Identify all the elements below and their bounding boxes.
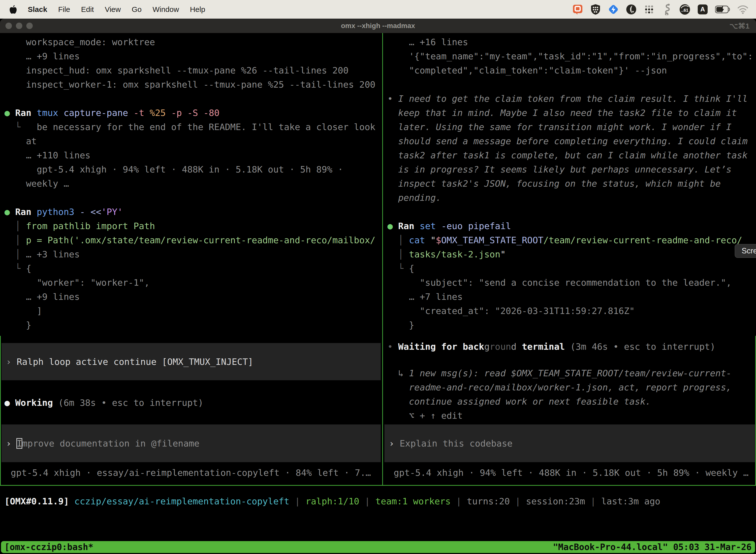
badge-61-icon[interactable]: ..61: [679, 4, 691, 15]
working-status: ● Working (6m 38s • esc to interrupt): [4, 396, 203, 410]
moon-icon[interactable]: [626, 4, 637, 15]
terminal-line: }: [4, 318, 382, 332]
apple-menu-icon[interactable]: [9, 5, 17, 14]
terminal-line: │ … +3 lines: [4, 247, 382, 261]
terminal-line: … +16 lines: [387, 35, 756, 49]
terminal-line: … +7 lines: [387, 290, 756, 304]
tmux-session-label: [omx-cczip0:bash*: [4, 542, 93, 552]
terminal-line: "subject": "send a concise recommendatio…: [387, 276, 756, 290]
terminal-line: ↳ 1 new msg(s): read $OMX_TEAM_STATE_ROO…: [387, 366, 756, 380]
terminal-line: at: [4, 134, 382, 148]
terminal-line: "worker": "worker-1",: [4, 276, 382, 290]
battery-icon[interactable]: [715, 4, 731, 15]
terminal-line: }: [387, 318, 756, 332]
terminal-line: gpt-5.4 xhigh · 94% left · 488K in · 5.1…: [4, 162, 382, 176]
omx-status-line: [OMX#0.11.9] cczip/essay/ai-reimplementa…: [4, 494, 660, 508]
terminal-line: … +110 lines: [4, 148, 382, 162]
terminal-line: workspace_mode: worktree: [4, 35, 382, 49]
menu-item-view[interactable]: View: [105, 5, 121, 14]
status-divider: [0, 485, 756, 486]
terminal-line: [387, 205, 756, 219]
menu-item-help[interactable]: Help: [190, 5, 205, 14]
terminal-line: ● Ran python3 - <<'PY': [4, 205, 382, 219]
wifi-icon[interactable]: [737, 4, 749, 15]
terminal-line: [387, 332, 756, 340]
terminal-line: └ be necessary for the end of the README…: [4, 120, 382, 134]
terminal-line: "completed","claim_token":"claim-token"}…: [387, 63, 756, 77]
badge-61-label: ..61: [681, 8, 688, 13]
prompt-input-left[interactable]: › Improve documentation in @filename: [1, 425, 381, 462]
menu-item-window[interactable]: Window: [152, 5, 179, 14]
terminal-line: • I need to get the claim token from the…: [387, 92, 756, 106]
terminal-line: │ tasks/task-2.json": [387, 247, 756, 261]
tooltip: Scre: [735, 244, 756, 258]
terminal-line: inspect_hud: omx sparkshell --tmux-pane …: [4, 63, 382, 77]
menu-item-edit[interactable]: Edit: [81, 5, 94, 14]
terminal-content: workspace_mode: worktree … +9 lines insp…: [0, 33, 756, 554]
input-source-icon[interactable]: A: [697, 4, 708, 15]
menu-item-go[interactable]: Go: [132, 5, 142, 14]
model-status-right: gpt-5.4 xhigh · 94% left · 488K in · 5.1…: [383, 466, 749, 480]
ralph-loop-box: › Ralph loop active continue [OMX_TMUX_I…: [1, 343, 381, 380]
terminal-line: weekly …: [4, 176, 382, 190]
shield-icon[interactable]: [590, 4, 601, 15]
window-title: omx --xhigh --madmax: [0, 19, 756, 33]
terminal-line: readme-and-reco/mailbox/worker-1.json, a…: [387, 380, 756, 394]
terminal-line: should send a message before completing …: [387, 134, 756, 148]
pane-divider[interactable]: [382, 33, 383, 485]
terminal-pane-right: … +16 lines '{"team_name":"my-team","tas…: [383, 33, 756, 485]
terminal-line: inspect task2's JSON, focusing on the st…: [387, 176, 756, 190]
terminal-line: ● Ran tmux capture-pane -t %25 -p -S -80: [4, 106, 382, 120]
terminal-line: … +9 lines: [4, 49, 382, 63]
terminal-line: task2 after task1 is complete, but can I…: [387, 148, 756, 162]
dots-grid-icon[interactable]: [643, 4, 655, 15]
lightning-icon[interactable]: [608, 4, 619, 15]
menu-item-file[interactable]: File: [58, 5, 70, 14]
model-status-left: gpt-5.4 xhigh · essay/ai-reimplementatio…: [0, 466, 371, 480]
terminal-line: [387, 77, 756, 92]
terminal-line: └ {: [4, 261, 382, 276]
menu-bar: Slack FileEditViewGoWindowHelp ..61 A: [0, 0, 756, 19]
terminal-line: │ from pathlib import Path: [4, 219, 382, 233]
app-menu-slack[interactable]: Slack: [28, 5, 47, 14]
terminal-line: pending.: [387, 190, 756, 205]
pane-border-left: [0, 336, 1, 485]
terminal-line: [387, 354, 756, 366]
terminal-pane-left: workspace_mode: worktree … +9 lines insp…: [0, 33, 382, 485]
tmux-status-bar: [omx-cczip0:bash* "MacBook-Pro-44.local"…: [1, 541, 755, 553]
terminal-line: │ p = Path('.omx/state/team/review-curre…: [4, 233, 382, 247]
terminal-line: "created_at": "2026-03-31T11:59:27.816Z": [387, 304, 756, 318]
terminal-line: … +9 lines: [4, 290, 382, 304]
chat-icon[interactable]: [572, 4, 583, 15]
terminal-line: • Waiting for background terminal (3m 46…: [387, 340, 756, 354]
terminal-line: [4, 190, 382, 205]
tmux-host-clock: "MacBook-Pro-44.local" 05:03 31-Mar-26: [553, 542, 752, 552]
terminal-window: omx --xhigh --madmax ⌥⌘1 workspace_mode:…: [0, 19, 756, 554]
input-source-label: A: [700, 5, 705, 13]
terminal-line: ]: [4, 304, 382, 318]
prompt-input-right[interactable]: › Explain this codebase: [384, 425, 755, 462]
terminal-line: [4, 92, 382, 106]
terminal-line: ⌥ + ↑ edit: [387, 408, 756, 423]
terminal-line: is in progress? It seems likely but perh…: [387, 162, 756, 176]
terminal-line: keep that in mind. Maybe I also need the…: [387, 106, 756, 120]
terminal-line: inspect_worker-1: omx sparkshell --tmux-…: [4, 77, 382, 92]
window-shortcut: ⌥⌘1: [730, 19, 750, 33]
terminal-line: │ cat "$OMX_TEAM_STATE_ROOT/team/review-…: [387, 233, 756, 247]
terminal-line: '{"team_name":"my-team","task_id":"1","f…: [387, 49, 756, 63]
terminal-line: later. Using the same for transition mig…: [387, 120, 756, 134]
title-bar: omx --xhigh --madmax ⌥⌘1: [0, 19, 756, 33]
terminal-line: continue assigned work or next feasible …: [387, 394, 756, 408]
tooltip-label: Scre: [742, 246, 756, 256]
terminal-line: ● Ran set -euo pipefail: [387, 219, 756, 233]
squiggle-icon[interactable]: [661, 4, 673, 15]
terminal-line: └ {: [387, 261, 756, 276]
